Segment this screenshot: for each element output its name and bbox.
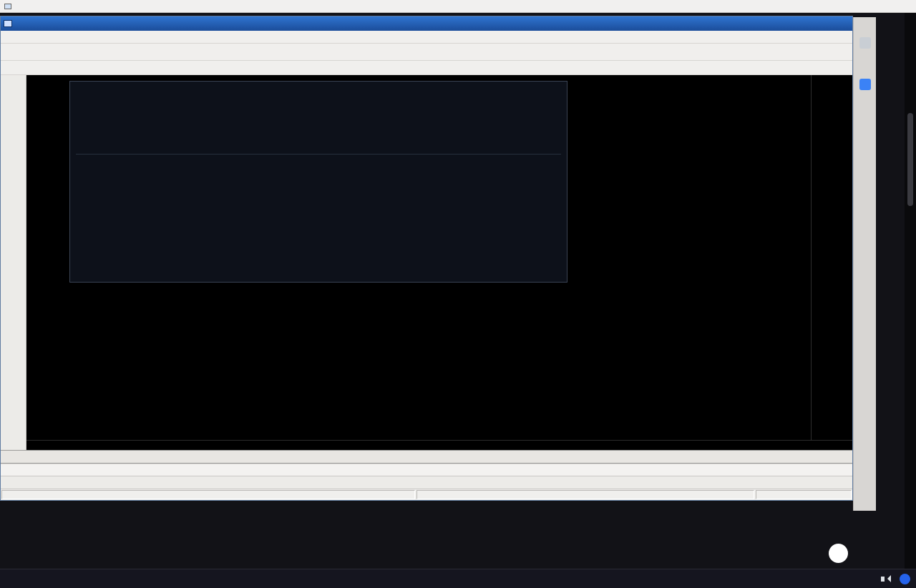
price-axis[interactable] xyxy=(811,75,852,440)
statusbar xyxy=(1,489,852,500)
statistics-table xyxy=(74,157,562,279)
notification-badge[interactable] xyxy=(900,574,910,584)
left-dock xyxy=(1,75,26,450)
scrollbar-thumb[interactable] xyxy=(907,113,913,206)
remote-desktop xyxy=(0,13,916,569)
background-window-strip xyxy=(853,17,876,511)
status-connection xyxy=(756,490,852,499)
facebook-icon xyxy=(829,544,848,563)
desktop-scrollbar[interactable] xyxy=(905,13,916,569)
desktop-icon-small[interactable] xyxy=(859,37,871,49)
taskbar xyxy=(0,569,916,588)
status-help xyxy=(1,490,415,499)
names-header[interactable] xyxy=(877,147,906,162)
rdp-titlebar xyxy=(0,0,916,13)
account-summary-bar xyxy=(1,464,852,476)
mt4-titlebar[interactable] xyxy=(1,16,852,31)
mtcommander-panel[interactable] xyxy=(69,81,567,283)
time-axis[interactable] xyxy=(26,440,852,450)
mt4-window xyxy=(0,16,853,501)
customers-header[interactable] xyxy=(877,133,906,147)
system-tray xyxy=(874,569,910,588)
toolbar-standard xyxy=(1,44,852,61)
workspace xyxy=(1,75,852,450)
rdp-icon xyxy=(4,4,11,9)
status-profile[interactable] xyxy=(416,490,754,499)
volume-icon[interactable] xyxy=(881,577,885,582)
candlestick-chart[interactable] xyxy=(26,75,811,440)
menubar xyxy=(1,31,852,44)
mtcommander-header xyxy=(70,82,567,92)
desktop-icon-small[interactable] xyxy=(859,79,871,90)
mtcommander-tabs xyxy=(70,92,567,102)
terminal-tab-bar xyxy=(1,476,852,489)
watermark xyxy=(829,544,854,563)
terminal-panel xyxy=(1,463,852,476)
screen xyxy=(0,0,916,588)
mt4-window-icon xyxy=(4,20,12,27)
chart-zone xyxy=(26,75,852,450)
equity-curve-chart xyxy=(76,103,561,155)
chart-tab-bar xyxy=(1,450,852,463)
desktop-icon-column xyxy=(877,133,906,162)
toolbar-linestudies-timeframes xyxy=(1,61,852,75)
